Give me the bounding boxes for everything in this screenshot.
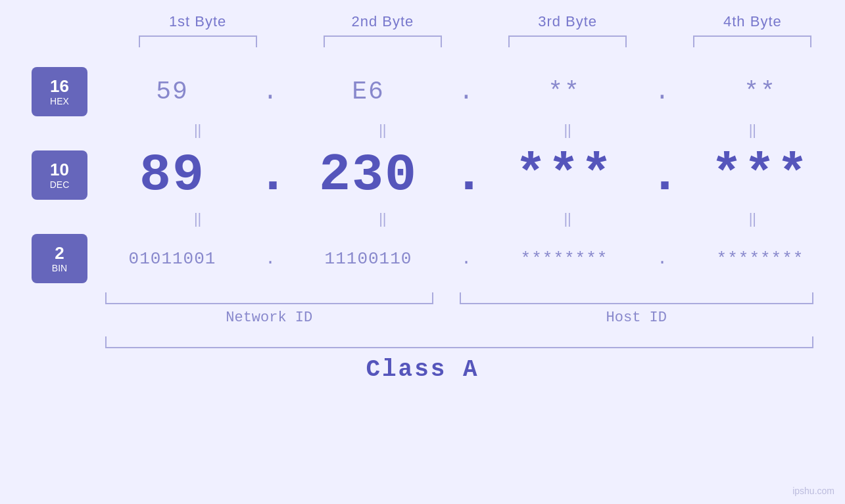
dec-byte-3: *** bbox=[479, 145, 649, 205]
dec-badge: 10 DEC bbox=[32, 150, 87, 200]
eq1-2: || bbox=[290, 119, 475, 141]
hex-byte-2: E6 bbox=[283, 78, 453, 106]
bin-byte-2: 11100110 bbox=[283, 249, 453, 269]
eq2-2: || bbox=[290, 208, 475, 230]
dec-values-area: 89 . 230 . *** . *** bbox=[87, 145, 845, 205]
hex-val-4: ** bbox=[744, 78, 777, 106]
dec-dot-3: . bbox=[649, 145, 675, 205]
bin-val-4: ******** bbox=[717, 249, 804, 269]
bin-dot-1: . bbox=[257, 249, 283, 269]
byte-header-3: 3rd Byte bbox=[475, 13, 660, 30]
byte-header-4: 4th Byte bbox=[660, 13, 845, 30]
bin-byte-3: ******** bbox=[479, 249, 649, 269]
hex-dot-2: . bbox=[453, 78, 479, 106]
dec-dot-2: . bbox=[453, 145, 479, 205]
bin-badge-label: BIN bbox=[52, 263, 67, 273]
hex-val-2: E6 bbox=[352, 78, 385, 106]
full-bracket bbox=[105, 336, 813, 348]
dec-val-3: *** bbox=[515, 145, 614, 205]
dec-val-1: 89 bbox=[139, 145, 205, 205]
dec-val-2: 230 bbox=[319, 145, 418, 205]
bracket-cell-3 bbox=[475, 35, 660, 47]
hex-badge-number: 16 bbox=[50, 78, 69, 95]
host-id-label: Host ID bbox=[460, 309, 814, 326]
bracket-4 bbox=[693, 35, 811, 47]
dec-byte-2: 230 bbox=[283, 145, 453, 205]
bin-badge: 2 BIN bbox=[32, 234, 87, 283]
bin-val-2: 11100110 bbox=[325, 249, 412, 269]
bin-dot-3: . bbox=[649, 249, 675, 269]
bracket-2 bbox=[324, 35, 442, 47]
hex-byte-4: ** bbox=[675, 78, 845, 106]
bracket-cell-1 bbox=[105, 35, 290, 47]
watermark: ipshu.com bbox=[792, 486, 834, 496]
dec-badge-number: 10 bbox=[50, 161, 69, 178]
bracket-1 bbox=[139, 35, 257, 47]
network-bracket bbox=[105, 292, 433, 304]
eq2-1: || bbox=[105, 208, 290, 230]
hex-badge-label: HEX bbox=[50, 96, 69, 106]
dec-byte-1: 89 bbox=[87, 145, 257, 205]
bin-byte-4: ******** bbox=[675, 249, 845, 269]
hex-byte-3: ** bbox=[479, 78, 649, 106]
byte-headers: 1st Byte 2nd Byte 3rd Byte 4th Byte bbox=[105, 13, 845, 30]
bracket-cell-2 bbox=[290, 35, 475, 47]
network-bracket-wrapper: Network ID bbox=[105, 292, 460, 326]
bin-val-3: ******** bbox=[521, 249, 608, 269]
bracket-3 bbox=[508, 35, 627, 47]
bin-byte-1: 01011001 bbox=[87, 249, 257, 269]
byte-header-1: 1st Byte bbox=[105, 13, 290, 30]
bin-row: 2 BIN 01011001 . 11100110 . ******** . bbox=[0, 234, 845, 283]
eq2-3: || bbox=[475, 208, 660, 230]
eq1-3: || bbox=[475, 119, 660, 141]
eq1-1: || bbox=[105, 119, 290, 141]
bin-dot-2: . bbox=[453, 249, 479, 269]
bracket-cell-4 bbox=[660, 35, 845, 47]
eq2-4: || bbox=[660, 208, 845, 230]
dec-dot-1: . bbox=[257, 145, 283, 205]
hex-dot-3: . bbox=[649, 78, 675, 106]
bin-badge-number: 2 bbox=[55, 244, 64, 262]
hex-row: 16 HEX 59 . E6 . ** . ** bbox=[0, 67, 845, 116]
hex-dot-1: . bbox=[257, 78, 283, 106]
dec-badge-label: DEC bbox=[50, 179, 70, 190]
hex-val-1: 59 bbox=[156, 78, 189, 106]
main-container: 1st Byte 2nd Byte 3rd Byte 4th Byte 16 H… bbox=[0, 0, 845, 504]
byte-header-2: 2nd Byte bbox=[290, 13, 475, 30]
dec-row: 10 DEC 89 . 230 . *** . *** bbox=[0, 145, 845, 205]
equals-row-1: || || || || bbox=[105, 119, 845, 141]
dec-val-4: *** bbox=[711, 145, 809, 205]
bottom-brackets: Network ID Host ID bbox=[105, 292, 813, 326]
host-bracket-wrapper: Host ID bbox=[460, 292, 814, 326]
hex-val-3: ** bbox=[548, 78, 581, 106]
equals-row-2: || || || || bbox=[105, 208, 845, 230]
eq1-4: || bbox=[660, 119, 845, 141]
network-id-label: Network ID bbox=[105, 309, 433, 326]
class-label: Class A bbox=[0, 356, 845, 383]
top-brackets bbox=[105, 35, 845, 47]
bin-val-1: 01011001 bbox=[129, 249, 216, 269]
host-bracket bbox=[460, 292, 814, 304]
dec-byte-4: *** bbox=[675, 145, 845, 205]
bin-values-area: 01011001 . 11100110 . ******** . *******… bbox=[87, 249, 845, 269]
hex-values-area: 59 . E6 . ** . ** bbox=[87, 78, 845, 106]
hex-byte-1: 59 bbox=[87, 78, 257, 106]
hex-badge: 16 HEX bbox=[32, 67, 87, 116]
